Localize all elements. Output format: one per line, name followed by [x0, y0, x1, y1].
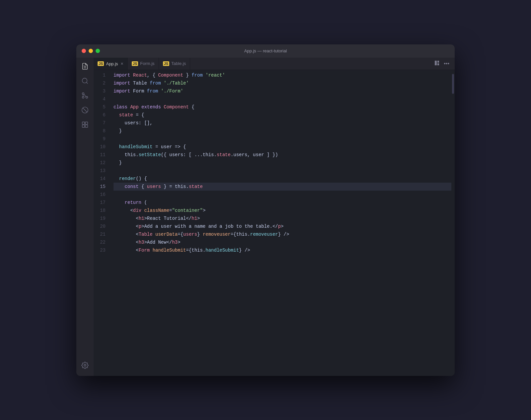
activity-icon-debug[interactable] [79, 104, 91, 116]
svg-point-2 [82, 78, 87, 83]
code-line-23: <Form handleSubmit={this.handleSubmit} /… [114, 246, 451, 254]
tabs-bar: JS App.js × JS Form.js JS Table.js [94, 58, 455, 70]
scrollbar-thumb[interactable] [452, 74, 454, 94]
svg-point-6 [82, 96, 84, 98]
activity-icon-git[interactable] [79, 90, 91, 101]
tab-label: App.js [106, 61, 118, 66]
activity-icon-search[interactable] [79, 75, 91, 87]
code-line-21: <Table userData={users} removeuser={this… [114, 230, 451, 238]
svg-point-5 [82, 92, 84, 94]
code-line-13 [114, 167, 451, 175]
activity-bar [76, 58, 94, 376]
line-numbers: 1 2 3 4 5 6 7 8 9 10 11 12 13 14 15 16 1 [94, 70, 111, 376]
line-num-3: 3 [94, 87, 111, 95]
code-line-7: users: [], [114, 119, 451, 127]
svg-rect-10 [85, 122, 88, 124]
code-line-18: <div className="container"> [114, 207, 451, 214]
code-line-22: <h3>Add New</h3> [114, 238, 451, 246]
line-num-23: 23 [94, 246, 111, 254]
line-num-19: 19 [94, 214, 111, 222]
code-line-14: render() { [114, 175, 451, 183]
line-num-15: 15 [94, 183, 111, 191]
tabs-actions: ••• [433, 59, 455, 68]
code-line-16 [114, 191, 451, 199]
svg-line-3 [86, 82, 88, 84]
line-num-14: 14 [94, 175, 111, 183]
js-icon: JS [98, 61, 104, 66]
svg-point-13 [84, 364, 86, 366]
more-actions-button[interactable]: ••• [442, 59, 451, 68]
editor-area: JS App.js × JS Form.js JS Table.js [94, 58, 455, 376]
line-num-2: 2 [94, 79, 111, 87]
maximize-button[interactable] [96, 49, 100, 53]
line-num-5: 5 [94, 103, 111, 111]
line-num-17: 17 [94, 199, 111, 207]
main-area: JS App.js × JS Form.js JS Table.js [76, 58, 455, 376]
code-line-5: class App extends Component { [114, 103, 451, 111]
code-line-3: import Form from './Form' [114, 87, 451, 95]
tab-table-js[interactable]: JS Table.js [159, 58, 190, 70]
svg-line-8 [83, 108, 87, 112]
tab-close-button[interactable]: × [121, 61, 123, 66]
code-line-10: handleSubmit = user => { [114, 143, 451, 151]
line-num-8: 8 [94, 127, 111, 135]
activity-icon-files[interactable] [79, 60, 91, 72]
window-controls [82, 49, 100, 53]
line-num-12: 12 [94, 159, 111, 167]
code-line-6: state = { [114, 111, 451, 119]
js-icon-table: JS [163, 61, 169, 66]
code-content[interactable]: import React, { Component } from 'react'… [111, 70, 451, 376]
code-line-20: <p>Add a user with a name and a job to t… [114, 222, 451, 230]
svg-rect-11 [82, 125, 85, 127]
window-title: App.js — react-tutorial [244, 48, 287, 53]
tab-form-label: Form.js [140, 61, 154, 66]
code-line-15: const { users } = this.state [114, 183, 451, 191]
line-num-18: 18 [94, 207, 111, 214]
line-num-7: 7 [94, 119, 111, 127]
js-icon-form: JS [132, 61, 138, 66]
svg-rect-9 [82, 122, 85, 124]
split-editor-button[interactable] [433, 59, 441, 68]
code-line-1: import React, { Component } from 'react' [114, 71, 451, 79]
close-button[interactable] [82, 49, 86, 53]
code-line-12: } [114, 159, 451, 167]
code-line-11: this.setState({ users: [ ...this.state.u… [114, 151, 451, 159]
line-num-16: 16 [94, 191, 111, 199]
tab-app-js[interactable]: JS App.js × [94, 58, 128, 70]
vertical-scrollbar[interactable] [451, 70, 455, 376]
code-line-2: import Table from './Table' [114, 79, 451, 87]
line-num-13: 13 [94, 167, 111, 175]
tab-table-label: Table.js [171, 61, 186, 66]
line-num-20: 20 [94, 222, 111, 230]
activity-icon-extensions[interactable] [79, 119, 91, 131]
line-num-22: 22 [94, 238, 111, 246]
code-line-9 [114, 135, 451, 143]
svg-rect-12 [85, 125, 88, 127]
minimize-button[interactable] [89, 49, 93, 53]
line-num-11: 11 [94, 151, 111, 159]
tab-form-js[interactable]: JS Form.js [128, 58, 159, 70]
code-editor: 1 2 3 4 5 6 7 8 9 10 11 12 13 14 15 16 1 [94, 70, 455, 376]
svg-point-4 [86, 96, 88, 98]
code-line-19: <h1>React Tutorial</h1> [114, 214, 451, 222]
code-line-4 [114, 95, 451, 103]
line-num-21: 21 [94, 230, 111, 238]
line-num-10: 10 [94, 143, 111, 151]
line-num-9: 9 [94, 135, 111, 143]
activity-icon-settings[interactable] [79, 361, 91, 373]
code-line-17: return ( [114, 199, 451, 207]
line-num-4: 4 [94, 95, 111, 103]
line-num-6: 6 [94, 111, 111, 119]
vscode-window: App.js — react-tutorial [76, 44, 455, 376]
line-num-1: 1 [94, 71, 111, 79]
titlebar: App.js — react-tutorial [76, 44, 455, 58]
code-line-8: } [114, 127, 451, 135]
